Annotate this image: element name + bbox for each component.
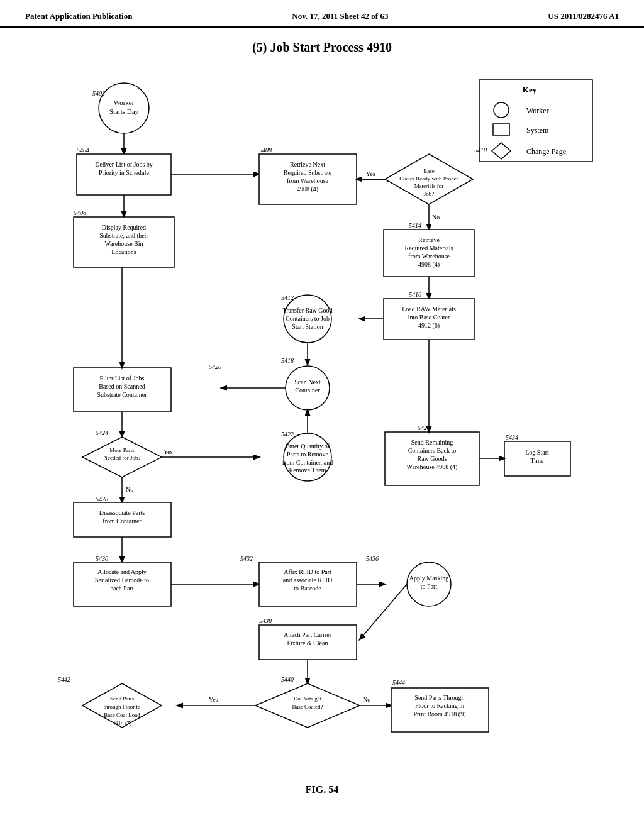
svg-text:from Warehouse: from Warehouse	[287, 177, 328, 184]
svg-text:Allocate and Apply: Allocate and Apply	[97, 568, 147, 575]
svg-text:Yes: Yes	[366, 170, 375, 177]
svg-text:Containers Back to: Containers Back to	[408, 447, 457, 454]
svg-text:5444: 5444	[392, 679, 405, 686]
svg-text:System: System	[526, 126, 549, 135]
svg-text:5440: 5440	[281, 676, 294, 683]
svg-text:5420: 5420	[209, 363, 221, 370]
svg-text:Container: Container	[295, 387, 320, 394]
svg-line-120	[360, 584, 407, 639]
svg-text:5436: 5436	[366, 555, 379, 562]
svg-text:5432: 5432	[240, 555, 253, 562]
svg-text:5414: 5414	[409, 222, 421, 229]
svg-text:Job?: Job?	[424, 191, 435, 197]
svg-text:5416: 5416	[409, 291, 421, 298]
svg-text:4908 (4): 4908 (4)	[297, 185, 318, 193]
svg-text:4908 (4): 4908 (4)	[418, 261, 440, 268]
svg-text:More Parts: More Parts	[109, 447, 135, 453]
svg-text:Fixture & Clean: Fixture & Clean	[287, 639, 328, 646]
svg-text:Time: Time	[531, 457, 544, 464]
svg-text:Do Parts get: Do Parts get	[294, 695, 322, 702]
svg-text:to Barcode: to Barcode	[294, 585, 321, 592]
svg-text:Coater Ready with Proper: Coater Ready with Proper	[399, 175, 458, 182]
svg-text:5428: 5428	[96, 495, 108, 502]
svg-text:Starts Day: Starts Day	[109, 108, 139, 115]
svg-text:Warehouse 4908 (4): Warehouse 4908 (4)	[407, 463, 458, 471]
svg-text:5418: 5418	[281, 357, 294, 364]
svg-text:No: No	[126, 486, 133, 493]
header-middle: Nov. 17, 2011 Sheet 42 of 63	[292, 11, 388, 21]
svg-text:5410: 5410	[474, 147, 487, 153]
svg-text:5412: 5412	[281, 294, 294, 301]
svg-text:5404: 5404	[77, 147, 89, 153]
svg-text:5408: 5408	[259, 147, 272, 153]
svg-text:Send Parts: Send Parts	[110, 695, 135, 702]
svg-text:5422: 5422	[281, 431, 294, 438]
header-left: Patent Application Publication	[25, 11, 132, 21]
page-header: Patent Application Publication Nov. 17, …	[0, 0, 644, 28]
svg-text:Locations: Locations	[111, 248, 136, 255]
svg-text:Serialized Barcode to: Serialized Barcode to	[95, 577, 149, 584]
svg-text:5438: 5438	[259, 617, 272, 624]
svg-text:Raw Goods: Raw Goods	[418, 455, 447, 462]
svg-text:Retrieve: Retrieve	[418, 236, 440, 243]
svg-text:from Container, and: from Container, and	[282, 459, 333, 466]
svg-text:into Base Coater: into Base Coater	[408, 314, 450, 321]
svg-text:Base Coat Load: Base Coat Load	[104, 712, 140, 718]
svg-text:Key: Key	[523, 85, 537, 94]
svg-text:Needed for Job?: Needed for Job?	[104, 455, 141, 461]
flowchart-svg: Key Worker System Change Page Worker Sta…	[26, 61, 618, 778]
svg-text:5434: 5434	[506, 434, 518, 441]
svg-text:4912 (6): 4912 (6)	[418, 322, 440, 329]
svg-text:Change Page: Change Page	[526, 147, 566, 156]
svg-text:No: No	[432, 214, 440, 221]
svg-text:5430: 5430	[96, 555, 108, 562]
svg-text:Parts to Remove: Parts to Remove	[287, 451, 329, 458]
svg-text:Substrate, and their: Substrate, and their	[99, 232, 148, 239]
svg-text:and associate RFID: and associate RFID	[283, 577, 332, 584]
svg-text:Disassociate Parts: Disassociate Parts	[99, 509, 145, 516]
svg-text:Remove Them: Remove Them	[289, 467, 326, 473]
svg-text:5424: 5424	[96, 429, 108, 436]
svg-text:Required Materials: Required Materials	[405, 245, 453, 252]
svg-rect-4	[493, 124, 509, 135]
svg-text:Based on Scanned: Based on Scanned	[99, 383, 145, 390]
svg-text:Transfer Raw Good: Transfer Raw Good	[282, 307, 332, 314]
svg-text:each Part: each Part	[111, 585, 134, 592]
svg-text:Start Station: Start Station	[292, 323, 323, 330]
svg-text:Affix RFID to Part: Affix RFID to Part	[284, 568, 331, 575]
svg-text:Display Required: Display Required	[102, 224, 146, 231]
svg-text:Required Substrate: Required Substrate	[284, 169, 332, 176]
header-right: US 2011/0282476 A1	[548, 11, 619, 21]
svg-text:Filter List of Jobs: Filter List of Jobs	[100, 375, 145, 382]
svg-text:Print Room 4918 (9): Print Room 4918 (9)	[413, 711, 465, 718]
svg-text:Yes: Yes	[164, 448, 173, 455]
svg-text:Floor to Racking in: Floor to Racking in	[415, 702, 464, 709]
svg-text:Attach Part Carrier: Attach Part Carrier	[284, 631, 332, 638]
svg-text:5402: 5402	[92, 90, 105, 97]
svg-text:from Warehouse: from Warehouse	[408, 253, 450, 260]
svg-point-2	[494, 102, 509, 118]
svg-text:Priority in Schedule: Priority in Schedule	[99, 169, 150, 176]
svg-text:Scan Next: Scan Next	[294, 379, 321, 385]
svg-text:5426: 5426	[418, 424, 430, 431]
svg-text:Worker: Worker	[526, 106, 549, 115]
svg-text:5406: 5406	[74, 209, 86, 216]
diagram-area: (5) Job Start Process 4910 Key Worker Sy…	[0, 28, 644, 808]
svg-text:Apply Masking: Apply Masking	[409, 575, 449, 582]
svg-text:Deliver List of Jobs by: Deliver List of Jobs by	[95, 161, 153, 168]
svg-text:Yes: Yes	[209, 696, 218, 703]
svg-text:Send Parts Through: Send Parts Through	[414, 694, 464, 701]
svg-text:Materials for: Materials for	[414, 183, 444, 189]
svg-text:Send Remaining: Send Remaining	[411, 439, 453, 446]
svg-text:through Floor to: through Floor to	[103, 704, 141, 710]
svg-text:Worker: Worker	[114, 99, 135, 106]
svg-text:to Part: to Part	[421, 583, 438, 590]
svg-text:Containers to Job: Containers to Job	[286, 315, 330, 322]
svg-text:5442: 5442	[58, 676, 70, 683]
svg-text:Load RAW Materials: Load RAW Materials	[402, 306, 456, 313]
svg-text:Substrate Container: Substrate Container	[97, 391, 147, 398]
svg-text:Base: Base	[423, 168, 435, 174]
svg-text:Log Start: Log Start	[525, 449, 549, 456]
svg-text:4914 (7): 4914 (7)	[113, 720, 132, 726]
svg-text:Base Coated?: Base Coated?	[292, 704, 323, 710]
